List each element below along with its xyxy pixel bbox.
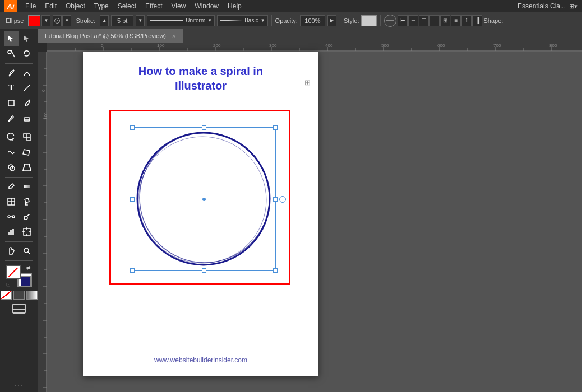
canvas-area[interactable]: Tutorial Blog Post.ai* @ 50% (RGB/Previe… — [38, 29, 582, 392]
doc-plus-icon[interactable]: ⊞ — [304, 78, 311, 87]
menu-bar: Ai File Edit Object Type Select Effect V… — [0, 0, 582, 12]
stroke-color-swatch[interactable] — [28, 15, 40, 26]
menu-edit[interactable]: Edit — [41, 1, 61, 11]
svg-line-31 — [28, 252, 30, 254]
stroke-value-input[interactable] — [111, 15, 133, 26]
style-label: Style: — [344, 17, 359, 24]
paintbrush-tool[interactable] — [20, 96, 34, 110]
svg-line-13 — [29, 164, 31, 171]
perspective-tool[interactable] — [20, 160, 34, 175]
opacity-expand[interactable]: ▶ — [327, 15, 336, 26]
align-left[interactable]: ⊢ — [398, 15, 408, 26]
tab-close-button[interactable]: × — [170, 32, 177, 39]
document-page: How to make a spiral in Illustrator ⊞ — [83, 52, 318, 376]
menu-window[interactable]: Window — [191, 1, 223, 11]
magic-wand-tool[interactable] — [4, 46, 19, 61]
zoom-tool[interactable] — [20, 244, 34, 258]
mesh-tool[interactable] — [4, 194, 19, 209]
swap-colors-icon[interactable]: ⇄ — [26, 265, 32, 270]
default-colors-icon[interactable]: ⊡ — [6, 282, 12, 287]
fill-front[interactable] — [6, 265, 21, 279]
document-tab[interactable]: Tutorial Blog Post.ai* @ 50% (RGB/Previe… — [38, 29, 183, 43]
options-toolbar: Ellipse ▼ ▼ Stroke: ▲ ▼ Uniform ▼ Ba — [0, 12, 582, 29]
rotate-handle[interactable] — [279, 196, 286, 203]
eraser-tool[interactable] — [20, 111, 34, 125]
line-tool[interactable] — [20, 81, 34, 95]
free-transform-tool[interactable] — [20, 145, 34, 160]
svg-text:100: 100 — [43, 112, 47, 120]
menu-select[interactable]: Select — [114, 1, 140, 11]
stroke-weight-icon[interactable] — [53, 15, 62, 26]
align-right[interactable]: ⊤ — [419, 15, 429, 26]
tool-row-rotate — [0, 130, 38, 144]
column-graph-tool[interactable] — [4, 225, 19, 239]
distribute-h[interactable]: ≡ — [451, 15, 461, 26]
stroke-profile-selector[interactable]: Basic ▼ — [217, 15, 267, 26]
globe-icon[interactable] — [384, 15, 396, 27]
selection-tool[interactable] — [4, 31, 19, 46]
paint-bucket-tool[interactable] — [20, 194, 34, 209]
pencil-tool[interactable] — [4, 111, 19, 125]
tool-sep-3 — [5, 177, 33, 178]
lasso-tool[interactable] — [20, 46, 34, 61]
menu-view[interactable]: View — [168, 1, 190, 11]
svg-point-30 — [24, 248, 29, 253]
eyedropper-tool[interactable] — [4, 179, 19, 194]
stroke-weight-arrow[interactable]: ▼ — [62, 15, 71, 26]
symbol-sprayer-tool[interactable] — [20, 209, 34, 224]
svg-text:100: 100 — [157, 43, 165, 48]
fill-solid-mode[interactable] — [13, 291, 25, 300]
align-center-v[interactable]: ⊞ — [440, 15, 450, 26]
stroke-profile-label: Basic — [244, 17, 258, 24]
stroke-up[interactable]: ▲ — [100, 15, 109, 26]
hand-tool[interactable] — [4, 244, 19, 258]
artboard-btn[interactable] — [11, 303, 27, 316]
style-swatch[interactable] — [361, 15, 377, 26]
scale-tool[interactable] — [20, 130, 34, 144]
blend-tool[interactable] — [4, 209, 19, 224]
rotate-tool[interactable] — [4, 130, 19, 144]
workspace-icon[interactable]: ⊞▾ — [569, 3, 578, 10]
artboard-tool[interactable] — [20, 225, 34, 239]
direct-selection-tool[interactable] — [20, 31, 34, 46]
workspace-selector[interactable]: Essentials Cla... — [518, 2, 566, 10]
menu-type[interactable]: Type — [90, 1, 113, 11]
menu-effect[interactable]: Effect — [141, 1, 166, 11]
ruler-vertical: 0 100 — [38, 52, 47, 392]
svg-point-0 — [8, 50, 11, 54]
fill-gradient-mode[interactable] — [26, 291, 38, 300]
rectangle-tool[interactable] — [4, 96, 19, 110]
svg-point-87 — [138, 137, 266, 263]
tools-more[interactable]: ··· — [14, 381, 24, 390]
doc-title-line1: How to make a spiral in — [100, 64, 302, 78]
stroke-down[interactable]: ▼ — [136, 15, 145, 26]
opacity-input[interactable] — [300, 15, 325, 26]
menu-help[interactable]: Help — [224, 1, 246, 11]
fill-none-mode[interactable] — [1, 291, 12, 300]
shape-builder-tool[interactable] — [4, 160, 19, 175]
gradient-tool[interactable] — [20, 179, 34, 194]
warp-tool[interactable] — [4, 145, 19, 160]
svg-rect-22 — [8, 232, 10, 235]
pen-tool[interactable] — [4, 66, 19, 80]
opacity-label: Opacity: — [275, 17, 298, 24]
tool-row-warp — [0, 145, 38, 160]
curvature-tool[interactable] — [20, 66, 34, 80]
main-area: T — [0, 29, 582, 392]
chart-icon[interactable]: ▐ — [472, 15, 482, 26]
svg-rect-32 — [13, 304, 25, 313]
align-center-h[interactable]: ⊣ — [408, 15, 418, 26]
menu-object[interactable]: Object — [62, 1, 89, 11]
menu-file[interactable]: File — [21, 1, 40, 11]
stroke-front[interactable] — [21, 276, 31, 286]
svg-line-12 — [23, 164, 25, 171]
tool-sep-5 — [5, 260, 33, 261]
stroke-color-arrow[interactable]: ▼ — [41, 15, 50, 26]
ellipse-shape[interactable] — [132, 127, 276, 271]
distribute-v[interactable]: ⁞ — [461, 15, 472, 26]
type-tool[interactable]: T — [4, 81, 19, 95]
shape-label: Ellipse — [3, 17, 26, 24]
stroke-line-selector[interactable]: Uniform ▼ — [147, 15, 215, 26]
divider-3 — [380, 15, 381, 26]
align-top[interactable]: ⊥ — [429, 15, 440, 26]
